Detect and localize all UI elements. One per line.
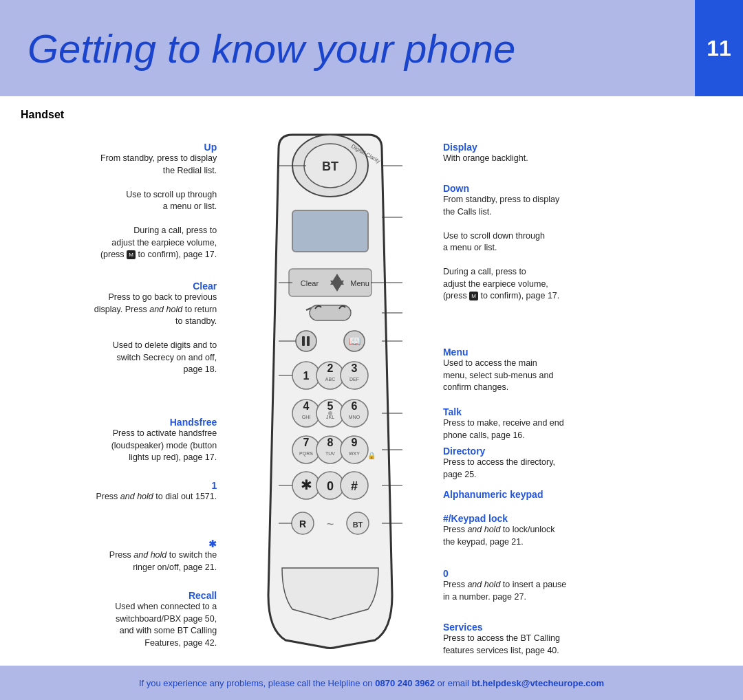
up-title: Up [17,142,217,153]
clear-title: Clear [17,281,217,292]
svg-text:🔒: 🔒 [367,451,376,460]
star-title: ✱ [17,538,217,549]
svg-point-30 [328,411,332,415]
display-title: Display [443,142,718,153]
menu-body: Used to access the mainmenu, select sub-… [443,358,718,394]
svg-rect-12 [302,336,305,346]
svg-text:6: 6 [351,400,357,412]
svg-text:5: 5 [327,400,333,412]
down-body: From standby, press to displaythe Calls … [443,194,718,303]
svg-text:~: ~ [326,517,334,531]
annotation-alphanumeric: Alphanumeric keypad [443,489,718,500]
annotation-display: Display With orange backlight. [443,142,718,165]
svg-text:PQRS: PQRS [299,451,313,457]
svg-text:#: # [351,479,358,493]
page-number: 11 [695,0,743,96]
directory-title: Directory [443,446,718,457]
services-title: Services [443,622,718,633]
left-annotations: Up From standby, press to displaythe Red… [21,128,217,664]
annotation-menu: Menu Used to access the mainmenu, select… [443,347,718,394]
right-annotations: Display With orange backlight. Down From… [443,128,722,664]
down-title: Down [443,183,718,194]
footer-phone: 0870 240 3962 [375,678,435,688]
annotation-zero: 0 Press and hold to insert a pausein a n… [443,568,718,603]
svg-text:3: 3 [351,362,357,374]
svg-text:9: 9 [351,437,357,448]
annotation-services: Services Press to access the BT Callingf… [443,622,718,657]
one-body: Press and hold to dial out 1571. [17,491,217,503]
svg-text:ABC: ABC [325,377,334,382]
zero-body: Press and hold to insert a pausein a num… [443,579,718,603]
svg-text:MNO: MNO [348,415,360,419]
annotation-up: Up From standby, press to displaythe Red… [17,142,217,261]
annotation-one: 1 Press and hold to dial out 1571. [17,480,217,503]
talk-body: Press to make, receive and endphone call… [443,417,718,441]
svg-text:4: 4 [303,400,309,412]
svg-text:WXY: WXY [349,451,360,456]
svg-text:BT: BT [322,160,338,173]
annotation-clear: Clear Press to go back to previousdispla… [17,281,217,376]
svg-text:TUV: TUV [325,451,335,456]
footer-email: bt.helpdesk@vtecheurope.com [471,678,604,688]
clear-body: Press to go back to previousdisplay. Pre… [17,292,217,376]
star-body: Press and hold to switch theringer on/of… [17,549,217,573]
annotation-down: Down From standby, press to displaythe C… [443,183,718,303]
directory-body: Press to access the directory,page 25. [443,457,718,481]
services-body: Press to access the BT Callingfeatures s… [443,633,718,657]
annotation-talk: Talk Press to make, receive and endphone… [443,406,718,441]
menu-title: Menu [443,347,718,358]
svg-text:8: 8 [327,437,333,448]
svg-text:7: 7 [303,437,309,448]
svg-text:GHI: GHI [301,415,310,419]
svg-text:✱: ✱ [300,477,312,492]
keypad-lock-title: #/Keypad lock [443,513,718,524]
svg-text:2: 2 [327,362,333,374]
svg-text:DEF: DEF [349,377,359,382]
annotation-handsfree: Handsfree Press to activate handsfree(lo… [17,417,217,464]
page-title: Getting to know your phone [28,25,515,72]
svg-text:Menu: Menu [350,279,369,287]
svg-point-11 [296,331,316,351]
footer: If you experience any problems, please c… [0,666,743,700]
up-body: From standby, press to displaythe Redial… [17,153,217,261]
keypad-lock-body: Press and hold to lock/unlockthe keypad,… [443,524,718,548]
section-title: Handset [21,109,722,121]
content-area: Up From standby, press to displaythe Red… [21,128,722,664]
svg-text:0: 0 [327,479,334,493]
svg-rect-13 [307,336,310,346]
handsfree-title: Handsfree [17,417,217,428]
one-title: 1 [17,480,217,491]
svg-text:1: 1 [303,370,309,382]
recall-body: Used when connected to aswitchboard/PBX … [17,601,217,649]
svg-text:R: R [299,518,306,529]
zero-title: 0 [443,568,718,579]
alphanumeric-title: Alphanumeric keypad [443,489,718,500]
svg-text:📖: 📖 [348,336,360,347]
phone-image: BT Digital Clarity Clear Menu [217,128,443,650]
svg-text:JKL: JKL [326,415,334,419]
footer-text: If you experience any problems, please c… [139,678,604,688]
recall-title: Recall [17,590,217,601]
display-body: With orange backlight. [443,153,718,165]
talk-title: Talk [443,406,718,417]
main-content: Handset Up From standby, press to displa… [0,96,743,666]
annotation-directory: Directory Press to access the directory,… [443,446,718,481]
annotation-keypad-lock: #/Keypad lock Press and hold to lock/unl… [443,513,718,548]
header: Getting to know your phone 11 [0,0,743,96]
phone-svg: BT Digital Clarity Clear Menu [224,128,437,650]
handsfree-body: Press to activate handsfree(loudspeaker)… [17,428,217,464]
svg-text:Clear: Clear [300,279,319,287]
svg-text:BT: BT [352,521,363,529]
svg-rect-4 [292,210,368,252]
annotation-recall: Recall Used when connected to aswitchboa… [17,590,217,649]
annotation-star: ✱ Press and hold to switch theringer on/… [17,538,217,573]
